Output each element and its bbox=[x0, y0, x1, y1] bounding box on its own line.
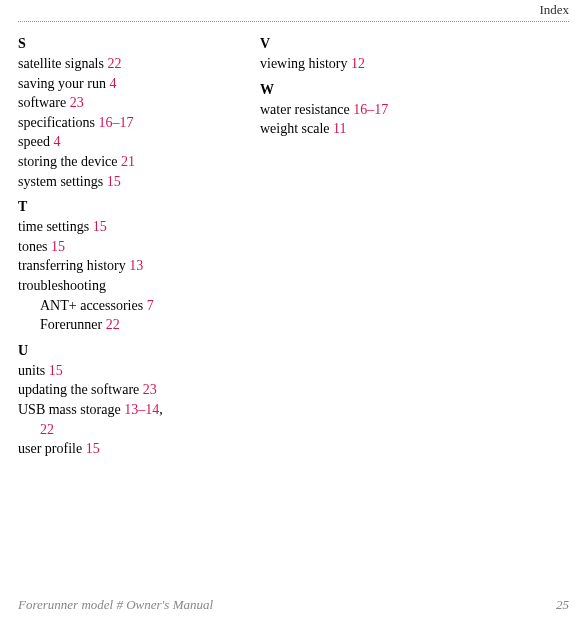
index-subentry: 22 bbox=[18, 420, 218, 440]
index-entry: transferring history 13 bbox=[18, 256, 218, 276]
entry-label: saving your run bbox=[18, 76, 109, 91]
index-entry: software 23 bbox=[18, 93, 218, 113]
entry-label: Forerunner bbox=[40, 317, 106, 332]
index-entry: storing the device 21 bbox=[18, 152, 218, 172]
entry-label: updating the software bbox=[18, 382, 143, 397]
page-ref[interactable]: 4 bbox=[53, 134, 60, 149]
entry-label: water resistance bbox=[260, 102, 353, 117]
comma: , bbox=[159, 402, 163, 417]
index-entry: troubleshooting bbox=[18, 276, 218, 296]
page-ref[interactable]: 16–17 bbox=[98, 115, 133, 130]
index-subentry: ANT+ accessories 7 bbox=[18, 296, 218, 316]
index-column-1: S satellite signals 22 saving your run 4… bbox=[18, 32, 218, 459]
entry-label: weight scale bbox=[260, 121, 333, 136]
header-separator bbox=[18, 21, 569, 22]
index-subentry: Forerunner 22 bbox=[18, 315, 218, 335]
footer-page-number: 25 bbox=[556, 597, 569, 613]
page-ref[interactable]: 15 bbox=[107, 174, 121, 189]
entry-label: tones bbox=[18, 239, 51, 254]
page-ref[interactable]: 12 bbox=[351, 56, 365, 71]
page-ref[interactable]: 15 bbox=[86, 441, 100, 456]
entry-label: ANT+ accessories bbox=[40, 298, 147, 313]
page-ref[interactable]: 13–14 bbox=[124, 402, 159, 417]
entry-label: viewing history bbox=[260, 56, 351, 71]
index-column-2: V viewing history 12 W water resistance … bbox=[260, 32, 460, 459]
footer: Forerunner model # Owner's Manual 25 bbox=[18, 597, 569, 613]
entry-label: specifications bbox=[18, 115, 98, 130]
page-ref[interactable]: 23 bbox=[143, 382, 157, 397]
page-ref[interactable]: 7 bbox=[147, 298, 154, 313]
index-entry: saving your run 4 bbox=[18, 74, 218, 94]
section-heading-u: U bbox=[18, 343, 218, 359]
page-ref[interactable]: 21 bbox=[121, 154, 135, 169]
index-entry: time settings 15 bbox=[18, 217, 218, 237]
page-ref[interactable]: 22 bbox=[40, 422, 54, 437]
section-heading-w: W bbox=[260, 82, 460, 98]
index-entry: system settings 15 bbox=[18, 172, 218, 192]
footer-left: Forerunner model # Owner's Manual bbox=[18, 597, 213, 613]
entry-label: system settings bbox=[18, 174, 107, 189]
page-ref[interactable]: 22 bbox=[107, 56, 121, 71]
entry-label: storing the device bbox=[18, 154, 121, 169]
index-entry: units 15 bbox=[18, 361, 218, 381]
section-heading-v: V bbox=[260, 36, 460, 52]
index-entry: satellite signals 22 bbox=[18, 54, 218, 74]
page-ref[interactable]: 15 bbox=[93, 219, 107, 234]
index-entry: user profile 15 bbox=[18, 439, 218, 459]
index-entry: USB mass storage 13–14, bbox=[18, 400, 218, 420]
index-entry: viewing history 12 bbox=[260, 54, 460, 74]
page-ref[interactable]: 16–17 bbox=[353, 102, 388, 117]
entry-label: troubleshooting bbox=[18, 278, 106, 293]
index-columns: S satellite signals 22 saving your run 4… bbox=[18, 32, 569, 459]
index-entry: specifications 16–17 bbox=[18, 113, 218, 133]
page-ref[interactable]: 11 bbox=[333, 121, 346, 136]
section-heading-s: S bbox=[18, 36, 218, 52]
page-ref[interactable]: 22 bbox=[106, 317, 120, 332]
page-ref[interactable]: 13 bbox=[129, 258, 143, 273]
page-ref[interactable]: 15 bbox=[51, 239, 65, 254]
page-ref[interactable]: 15 bbox=[49, 363, 63, 378]
header-section-label: Index bbox=[18, 0, 569, 21]
entry-label: USB mass storage bbox=[18, 402, 124, 417]
index-entry: weight scale 11 bbox=[260, 119, 460, 139]
entry-label: user profile bbox=[18, 441, 86, 456]
index-entry: water resistance 16–17 bbox=[260, 100, 460, 120]
entry-label: software bbox=[18, 95, 70, 110]
index-entry: updating the software 23 bbox=[18, 380, 218, 400]
entry-label: satellite signals bbox=[18, 56, 107, 71]
entry-label: units bbox=[18, 363, 49, 378]
entry-label: time settings bbox=[18, 219, 93, 234]
entry-label: transferring history bbox=[18, 258, 129, 273]
index-entry: speed 4 bbox=[18, 132, 218, 152]
page-ref[interactable]: 4 bbox=[109, 76, 116, 91]
page-ref[interactable]: 23 bbox=[70, 95, 84, 110]
index-entry: tones 15 bbox=[18, 237, 218, 257]
entry-label: speed bbox=[18, 134, 53, 149]
section-heading-t: T bbox=[18, 199, 218, 215]
